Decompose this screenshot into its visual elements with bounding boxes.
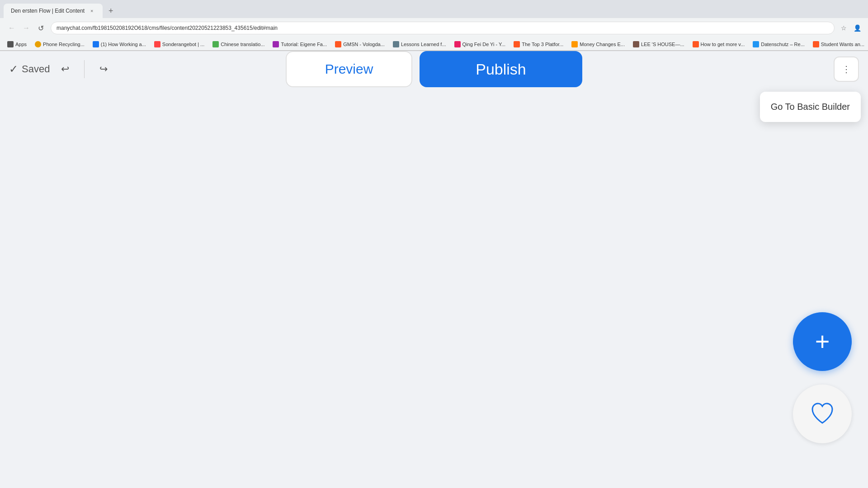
- bookmark-label: Apps: [15, 42, 27, 47]
- bookmark-favicon: [571, 41, 578, 47]
- forward-icon: →: [23, 24, 30, 32]
- bookmark-label: How to get more v...: [701, 42, 745, 47]
- bookmark-9[interactable]: The Top 3 Platfor...: [510, 40, 567, 48]
- reload-button[interactable]: ↺: [34, 22, 47, 34]
- bookmark-favicon: [93, 41, 99, 47]
- saved-indicator: ✓ Saved: [9, 63, 50, 75]
- undo-button[interactable]: ↩: [55, 59, 75, 79]
- bookmark-label: Student Wants an...: [821, 42, 864, 47]
- tab-title: Den ersten Flow | Edit Content: [11, 8, 85, 14]
- bookmark-favicon: [454, 41, 461, 47]
- bookmark-favicon: [514, 41, 520, 47]
- address-bar: ← → ↺ manychat.com/fb198150208192O618/cm…: [0, 18, 868, 38]
- more-options-button[interactable]: ⋮: [834, 56, 859, 82]
- bookmark-4[interactable]: Chinese translatio...: [209, 40, 268, 48]
- heart-icon: [809, 400, 836, 427]
- toolbar: ✓ Saved ↩ ↪ Preview Publish ⋮: [0, 51, 868, 87]
- bookmark-1[interactable]: Phone Recycling...: [31, 40, 88, 48]
- bookmark-label: (1) How Working a...: [101, 42, 146, 47]
- bookmark-12[interactable]: How to get more v...: [689, 40, 749, 48]
- saved-check-icon: ✓: [9, 63, 18, 75]
- bookmark-11[interactable]: LEE 'S HOUSE—...: [629, 40, 688, 48]
- back-button[interactable]: ←: [5, 22, 18, 34]
- toolbar-left: ✓ Saved ↩ ↪: [9, 59, 113, 79]
- bookmark-14[interactable]: Student Wants an...: [809, 40, 868, 48]
- preview-label: Preview: [325, 61, 373, 77]
- tab-bar: Den ersten Flow | Edit Content × +: [0, 0, 868, 18]
- bookmark-2[interactable]: (1) How Working a...: [89, 40, 150, 48]
- apps-icon: [7, 41, 14, 47]
- bookmark-favicon: [633, 41, 639, 47]
- undo-icon: ↩: [61, 63, 69, 75]
- bookmarks-bar: Apps Phone Recycling... (1) How Working …: [0, 38, 868, 51]
- fab-add-button[interactable]: +: [793, 312, 852, 371]
- bookmark-favicon: [35, 41, 41, 47]
- reload-icon: ↺: [38, 24, 44, 33]
- bookmark-label: Lessons Learned f...: [401, 42, 446, 47]
- browser-actions: ☆ 👤: [838, 23, 863, 33]
- bookmark-10[interactable]: Money Changes E...: [568, 40, 628, 48]
- redo-icon: ↪: [99, 63, 108, 75]
- app-container: ✓ Saved ↩ ↪ Preview Publish ⋮: [0, 51, 868, 488]
- bookmark-favicon: [154, 41, 160, 47]
- bookmark-label: Money Changes E...: [580, 42, 625, 47]
- new-tab-button[interactable]: +: [104, 5, 117, 17]
- bookmark-label: Qing Fei De Yi - Y...: [462, 42, 506, 47]
- bookmark-favicon: [335, 41, 341, 47]
- bookmark-label: Sonderangebot | ...: [162, 42, 204, 47]
- bookmark-label: GMSN - Vologda...: [343, 42, 385, 47]
- bookmark-favicon: [693, 41, 699, 47]
- more-icon: ⋮: [842, 64, 851, 75]
- nav-buttons: ← → ↺: [5, 22, 47, 34]
- url-bar[interactable]: manychat.com/fb198150208192O618/cms/file…: [51, 22, 835, 34]
- url-text: manychat.com/fb198150208192O618/cms/file…: [57, 25, 278, 31]
- saved-label: Saved: [22, 63, 50, 75]
- forward-button[interactable]: →: [20, 22, 33, 34]
- back-icon: ←: [8, 24, 15, 32]
- bookmark-7[interactable]: Lessons Learned f...: [389, 40, 450, 48]
- fab-heart-button[interactable]: [793, 385, 852, 443]
- bookmark-8[interactable]: Qing Fei De Yi - Y...: [451, 40, 509, 48]
- toolbar-right: ⋮: [834, 56, 859, 82]
- browser-chrome: Den ersten Flow | Edit Content × + ← → ↺…: [0, 0, 868, 51]
- preview-button[interactable]: Preview: [286, 51, 412, 87]
- active-tab[interactable]: Den ersten Flow | Edit Content ×: [4, 4, 103, 18]
- toolbar-center: Preview Publish: [286, 51, 582, 87]
- profile-button[interactable]: 👤: [852, 23, 863, 33]
- canvas-area: [0, 87, 868, 488]
- toolbar-divider: [84, 60, 85, 78]
- bookmark-star-button[interactable]: ☆: [838, 23, 849, 33]
- dropdown-menu: Go To Basic Builder: [760, 92, 861, 122]
- add-icon: +: [815, 329, 830, 354]
- go-to-basic-builder[interactable]: Go To Basic Builder: [760, 95, 861, 118]
- bookmark-3[interactable]: Sonderangebot | ...: [151, 40, 208, 48]
- bookmark-13[interactable]: Datenschutz – Re...: [749, 40, 808, 48]
- bookmark-label: LEE 'S HOUSE—...: [641, 42, 684, 47]
- bookmark-6[interactable]: GMSN - Vologda...: [331, 40, 388, 48]
- publish-label: Publish: [476, 61, 526, 78]
- bookmark-label: Tutorial: Eigene Fa...: [281, 42, 327, 47]
- tab-close-button[interactable]: ×: [88, 7, 95, 14]
- bookmark-label: Phone Recycling...: [43, 42, 85, 47]
- redo-button[interactable]: ↪: [94, 59, 113, 79]
- bookmark-favicon: [393, 41, 399, 47]
- bookmark-apps[interactable]: Apps: [4, 40, 30, 48]
- bookmark-label: Datenschutz – Re...: [761, 42, 805, 47]
- bookmark-label: The Top 3 Platfor...: [522, 42, 563, 47]
- publish-button[interactable]: Publish: [420, 51, 582, 87]
- go-to-basic-builder-label: Go To Basic Builder: [771, 102, 850, 112]
- bookmark-favicon: [273, 41, 279, 47]
- bookmark-5[interactable]: Tutorial: Eigene Fa...: [269, 40, 330, 48]
- bookmark-favicon: [212, 41, 219, 47]
- bookmark-label: Chinese translatio...: [221, 42, 264, 47]
- bookmark-favicon: [813, 41, 819, 47]
- bookmark-favicon: [753, 41, 759, 47]
